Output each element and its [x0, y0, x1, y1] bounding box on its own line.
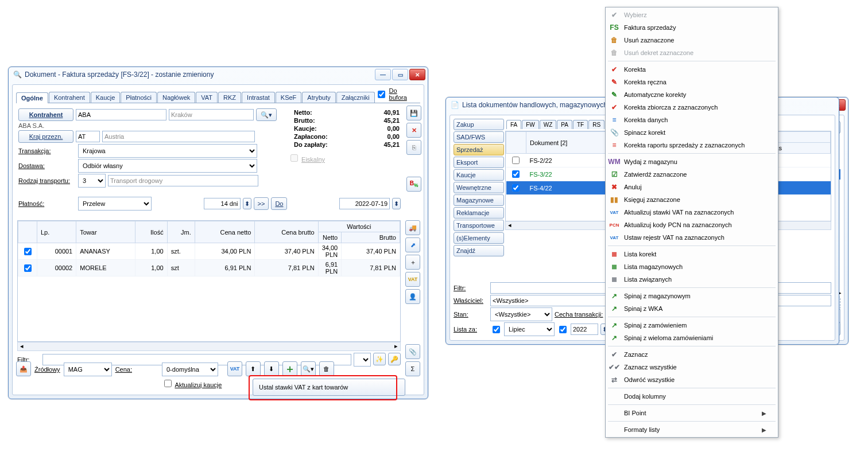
date-spinner[interactable]: ⬍ [392, 198, 401, 209]
upload-icon[interactable]: ⬆ [246, 361, 261, 376]
ctx-spinaj-z-magazynowym[interactable]: ↗Spinaj z magazynowym [607, 290, 777, 302]
tab-ksef[interactable]: KSeF [276, 92, 302, 103]
context-menu[interactable]: ✔WybierzFSFaktura sprzedaży🗑Usuń zaznacz… [605, 7, 778, 438]
sidebtn-reklamacje[interactable]: Reklamacje [454, 207, 504, 219]
ctx-lista-korekt[interactable]: ≣Lista korekt [607, 248, 777, 260]
doc-check[interactable] [512, 170, 520, 178]
tab-ogólne[interactable]: Ogólne [16, 92, 48, 103]
ctx-dodaj-kolumny[interactable]: Dodaj kolumny [607, 390, 777, 403]
plus-small-icon[interactable]: ＋ [405, 255, 420, 270]
ctx-usuń-zaznaczone[interactable]: 🗑Usuń zaznaczone [607, 34, 777, 46]
cena-select[interactable]: 0-domyślna [162, 363, 218, 376]
ctx-faktura-sprzedaży[interactable]: FSFaktura sprzedaży [607, 21, 777, 34]
export-icon[interactable]: ⬈ [405, 237, 420, 252]
platnosc-date[interactable] [339, 198, 390, 209]
lista-za-check2[interactable] [559, 326, 567, 333]
ctx-automatyczne-korekty[interactable]: ✎Automatyczne korekty [607, 88, 777, 101]
transakcja-select[interactable]: Krajowa [78, 144, 257, 158]
ctx-zaznacz-wszystkie[interactable]: ✔✔Zaznacz wszystkie [607, 361, 777, 373]
sidebtn-transportowe[interactable]: Transportowe [454, 220, 504, 231]
kontrahent-button[interactable]: Kontrahent [18, 108, 73, 121]
sidebtn-(s)elementy[interactable]: (s)Elementy [454, 232, 504, 244]
ctx-korekta-raportu-sprzedaży-z-zaznaczonych[interactable]: ≡Korekta raportu sprzedaży z zaznaczonyc… [607, 139, 777, 151]
trash-icon[interactable]: 🗑 [319, 361, 334, 376]
doc-check[interactable] [512, 157, 520, 164]
ctx-korekta-ręczna[interactable]: ✎Korekta ręczna [607, 76, 777, 88]
kraj-name-input[interactable] [102, 131, 255, 142]
maximize-button[interactable]: ▭ [392, 69, 408, 80]
doc-check[interactable] [512, 184, 520, 192]
sidebtn-sad/fws[interactable]: SAD/FWS [454, 131, 504, 143]
zoom-icon[interactable]: 🔍▾ [301, 361, 316, 376]
tab-rkz[interactable]: RKZ [218, 92, 241, 103]
aktualizuj-kaucje-checkbox[interactable] [164, 380, 172, 387]
ctx-spinaj-z-wka[interactable]: ↗Spinaj z WKA [607, 302, 777, 315]
ctx-anuluj[interactable]: ✖Anuluj [607, 181, 777, 193]
ctx-formaty-listy[interactable]: Formaty listy▶ [607, 423, 777, 436]
sidebtn-zakup[interactable]: Zakup [454, 119, 504, 130]
kraj-przezn-button[interactable]: Kraj przezn. [18, 130, 73, 143]
tab-atrybuty[interactable]: Atrybuty [302, 92, 335, 103]
hscrollbar[interactable]: ◂ ▸ [17, 342, 401, 351]
platnosc-select[interactable]: Przelew [78, 197, 152, 211]
table-row[interactable]: 00002MORELE1,00szt6,91 PLN7,81 PLN6,91 P… [18, 260, 400, 276]
row-check[interactable] [24, 264, 32, 272]
ctx-spinacz-korekt[interactable]: 📎Spinacz korekt [607, 126, 777, 139]
truck-icon[interactable]: 🚚 [405, 220, 420, 235]
sigma-icon[interactable]: Σ [405, 361, 420, 376]
ctx-zatwierdź-zaznaczone[interactable]: ☑Zatwierdź zaznaczone [607, 168, 777, 181]
arrow-button[interactable]: >> [254, 197, 269, 210]
close-button[interactable]: ✕ [409, 69, 425, 80]
ctx-lista-związanych[interactable]: ≣Lista związanych [607, 273, 777, 286]
ctx-wydaj-z-magazynu[interactable]: WMWydaj z magazynu [607, 155, 777, 168]
bk-percent-icon[interactable]: B% [406, 177, 421, 192]
source-icon[interactable]: 📤 [16, 361, 31, 376]
dni-spinner[interactable]: ⬍ [243, 198, 251, 209]
rodzaj-code-select[interactable]: 3 [78, 174, 106, 188]
ctx-księguj-zaznaczone[interactable]: ▮▮Księguj zaznaczone [607, 193, 777, 206]
kontrahent-city[interactable] [169, 109, 254, 120]
kontrahent-input[interactable] [76, 109, 166, 120]
person-icon[interactable]: 👤 [405, 289, 420, 304]
vat-popup-item[interactable]: Ustal stawki VAT z kart towarów [253, 379, 405, 396]
tab-załączniki[interactable]: Załączniki [336, 92, 375, 103]
ctx-korekta-danych[interactable]: ≡Korekta danych [607, 114, 777, 126]
tab-nagłówek[interactable]: Nagłówek [157, 92, 195, 103]
ctx-ustaw-rejestr-vat-na-zaznaczonych[interactable]: VATUstaw rejestr VAT na zaznaczonych [607, 231, 777, 244]
attach-icon[interactable]: 📎 [405, 344, 420, 359]
vat-dropdown-icon[interactable]: VAT [227, 361, 242, 376]
ctx-spinaj-z-zamówieniem[interactable]: ↗Spinaj z zamówieniem [607, 319, 777, 332]
sidebtn-magazynowe[interactable]: Magazynowe [454, 194, 504, 206]
rodzaj-desc[interactable] [108, 175, 258, 186]
do-button[interactable]: Do [271, 197, 287, 210]
ctx-korekta-zbiorcza-z-zaznaczonych[interactable]: ✔Korekta zbiorcza z zaznaczonych [607, 101, 777, 114]
add-icon[interactable]: ＋ [282, 361, 297, 376]
kraj-code-input[interactable] [76, 131, 100, 142]
save-icon[interactable]: 💾 [406, 106, 421, 120]
sidebtn-eksport[interactable]: Eksport [454, 157, 504, 168]
sidebtn-sprzedaż[interactable]: Sprzedaż [454, 144, 504, 155]
doctab-FA[interactable]: FA [506, 120, 521, 129]
doctab-FW[interactable]: FW [522, 120, 539, 129]
rok-input[interactable] [571, 324, 598, 335]
sidebtn-wewnętrzne[interactable]: Wewnętrzne [454, 182, 504, 193]
dostawa-select[interactable]: Odbiór własny [78, 159, 257, 173]
do-bufora-checkbox[interactable] [378, 91, 385, 98]
platnosc-dni[interactable] [204, 198, 241, 209]
copy-icon[interactable]: ⎘ [406, 140, 421, 155]
ctx-odwróć-wszystkie[interactable]: ⇄Odwróć wszystkie [607, 373, 777, 386]
ctx-korekta[interactable]: ✔Korekta [607, 63, 777, 76]
tab-vat[interactable]: VAT [196, 92, 218, 103]
ctx-lista-magazynowych[interactable]: ≣Lista magazynowych [607, 260, 777, 273]
ctx-spinaj-z-wieloma-zamówieniami[interactable]: ↗Spinaj z wieloma zamówieniami [607, 332, 777, 344]
mag-select[interactable]: MAG [64, 363, 112, 376]
tab-płatności[interactable]: Płatności [121, 92, 157, 103]
minimize-button[interactable]: — [375, 69, 391, 80]
tab-intrastat[interactable]: Intrastat [242, 92, 275, 103]
doctab-RS[interactable]: RS [588, 120, 604, 129]
ctx-aktualizuj-stawki-vat-na-zaznaczonych[interactable]: VATAktualizuj stawki VAT na zaznaczonych [607, 206, 777, 219]
tab-kontrahent[interactable]: Kontrahent [49, 92, 90, 103]
doctab-TF[interactable]: TF [573, 120, 588, 129]
sidebtn-znajdź[interactable]: Znajdź [454, 245, 504, 256]
download-icon[interactable]: ⬇ [264, 361, 279, 376]
